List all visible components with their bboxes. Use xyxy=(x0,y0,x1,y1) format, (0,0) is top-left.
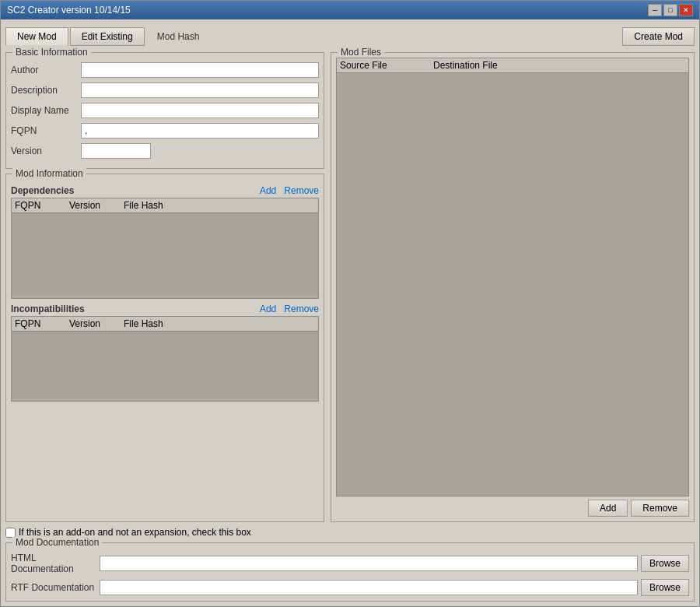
display-name-row: Display Name xyxy=(11,103,319,118)
version-input[interactable] xyxy=(81,143,151,159)
rtf-doc-label: RTF Documentation xyxy=(11,582,96,593)
window-title: SC2 Creator version 10/14/15 xyxy=(7,5,131,16)
dependencies-section: Dependencies Add Remove FQPN xyxy=(11,185,319,299)
edit-existing-button[interactable]: Edit Existing xyxy=(70,27,145,46)
mod-files-section: Mod Files Source File Destination File A… xyxy=(331,52,695,522)
bottom-section: If this is an add-on and not an expansio… xyxy=(5,525,695,602)
basic-information-group: Basic Information Author Description Dis… xyxy=(5,52,324,169)
author-input[interactable] xyxy=(81,62,319,78)
mod-files-remove-button[interactable]: Remove xyxy=(631,500,689,517)
addon-checkbox-label: If this is an add-on and not an expansio… xyxy=(19,527,251,538)
incompat-col-fqpn: FQPN xyxy=(15,318,69,329)
html-doc-label: HTML Documentation xyxy=(11,553,96,574)
version-row: Version xyxy=(11,143,319,159)
mod-files-add-button[interactable]: Add xyxy=(588,500,628,517)
mod-files-label: Mod Files xyxy=(338,47,384,58)
title-controls: ─ □ ✕ xyxy=(648,4,693,16)
incompatibilities-table-header: FQPN Version File Hash xyxy=(12,317,318,332)
fqpn-input[interactable] xyxy=(81,123,319,139)
author-row: Author xyxy=(11,62,319,78)
html-doc-input[interactable] xyxy=(100,556,638,571)
display-name-label: Display Name xyxy=(11,105,81,116)
dependencies-header: Dependencies Add Remove xyxy=(11,185,319,196)
minimize-button[interactable]: ─ xyxy=(648,4,662,16)
incompatibilities-add-button[interactable]: Add xyxy=(260,304,276,314)
create-mod-button[interactable]: Create Mod xyxy=(622,27,695,46)
toolbar: New Mod Edit Existing Mod Hash Create Mo… xyxy=(5,24,695,49)
version-label: Version xyxy=(11,146,81,156)
rtf-doc-row: RTF Documentation Browse xyxy=(11,579,689,596)
dependencies-table-header: FQPN Version File Hash xyxy=(12,198,318,213)
mod-files-table: Source File Destination File xyxy=(336,58,689,496)
dependencies-remove-button[interactable]: Remove xyxy=(284,185,319,196)
description-row: Description xyxy=(11,82,319,98)
files-table-header: Source File Destination File xyxy=(337,58,688,73)
html-browse-button[interactable]: Browse xyxy=(641,555,689,572)
main-area: Basic Information Author Description Dis… xyxy=(5,52,695,522)
mod-hash-label: Mod Hash xyxy=(146,28,211,45)
mod-info-label: Mod Information xyxy=(12,168,86,179)
main-window: SC2 Creator version 10/14/15 ─ □ ✕ New M… xyxy=(0,0,700,607)
incompat-col-hash: File Hash xyxy=(124,318,178,329)
close-button[interactable]: ✕ xyxy=(679,4,693,16)
fqpn-row: FQPN xyxy=(11,123,319,139)
incompat-col-version: Version xyxy=(69,318,124,329)
new-mod-button[interactable]: New Mod xyxy=(5,27,68,46)
incompatibilities-header: Incompatibilities Add Remove xyxy=(11,304,319,314)
display-name-input[interactable] xyxy=(81,103,319,118)
incompatibilities-table-body xyxy=(12,332,318,398)
rtf-browse-button[interactable]: Browse xyxy=(641,579,689,596)
incompatibilities-section: Incompatibilities Add Remove FQPN xyxy=(11,304,319,402)
title-bar: SC2 Creator version 10/14/15 ─ □ ✕ xyxy=(1,1,699,19)
right-panel: Mod Files Source File Destination File A… xyxy=(331,52,695,522)
basic-info-label: Basic Information xyxy=(12,47,91,58)
incompatibilities-remove-button[interactable]: Remove xyxy=(284,304,319,314)
html-doc-row: HTML Documentation Browse xyxy=(11,553,689,574)
description-label: Description xyxy=(11,85,81,96)
dependencies-title: Dependencies xyxy=(11,185,74,196)
author-label: Author xyxy=(11,65,81,75)
addon-checkbox-row: If this is an add-on and not an expansio… xyxy=(5,525,695,539)
main-content: New Mod Edit Existing Mod Hash Create Mo… xyxy=(1,19,699,606)
left-panel: Basic Information Author Description Dis… xyxy=(5,52,324,522)
incompatibilities-controls: Add Remove xyxy=(260,304,319,314)
dependencies-controls: Add Remove xyxy=(260,185,319,196)
dependencies-table-body xyxy=(12,213,318,296)
description-input[interactable] xyxy=(81,82,319,98)
files-table-body xyxy=(337,73,688,496)
maximize-button[interactable]: □ xyxy=(663,4,677,16)
incompatibilities-table: FQPN Version File Hash xyxy=(11,316,319,402)
dep-col-hash: File Hash xyxy=(124,200,178,211)
addon-checkbox[interactable] xyxy=(5,528,16,538)
files-col-source: Source File xyxy=(340,60,433,71)
incompatibilities-title: Incompatibilities xyxy=(11,304,85,314)
dep-col-version: Version xyxy=(69,200,124,211)
mod-information-group: Mod Information Dependencies Add Remove xyxy=(5,174,324,522)
files-col-dest: Destination File xyxy=(433,60,527,71)
rtf-doc-input[interactable] xyxy=(100,580,638,595)
fqpn-label: FQPN xyxy=(11,125,81,136)
dependencies-add-button[interactable]: Add xyxy=(260,185,276,196)
doc-section-label: Mod Documentation xyxy=(12,537,102,548)
dep-col-fqpn: FQPN xyxy=(15,200,69,211)
mod-files-actions: Add Remove xyxy=(336,500,689,517)
mod-documentation-section: Mod Documentation HTML Documentation Bro… xyxy=(5,542,695,602)
dependencies-table: FQPN Version File Hash xyxy=(11,198,319,299)
